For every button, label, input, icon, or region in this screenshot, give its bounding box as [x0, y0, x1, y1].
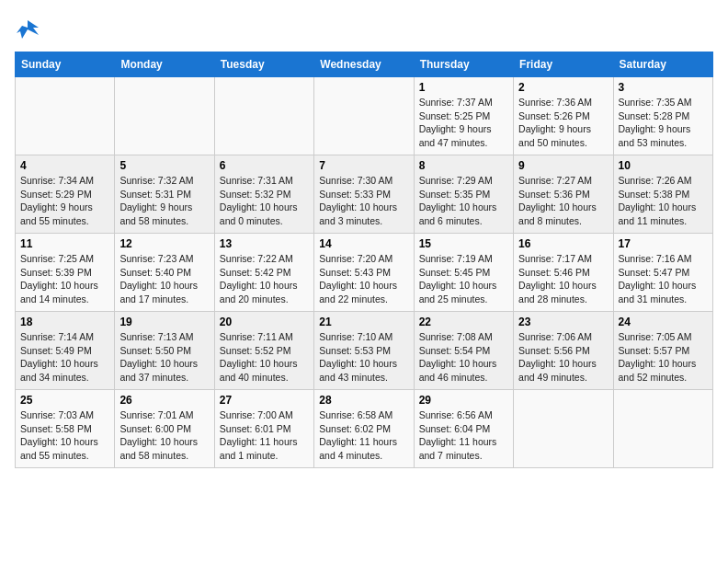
calendar-cell: 11Sunrise: 7:25 AM Sunset: 5:39 PM Dayli…	[16, 234, 115, 312]
calendar-cell: 16Sunrise: 7:17 AM Sunset: 5:46 PM Dayli…	[514, 234, 613, 312]
day-number: 17	[619, 237, 708, 250]
day-info: Sunrise: 7:11 AM Sunset: 5:52 PM Dayligh…	[220, 330, 309, 385]
calendar-cell	[314, 77, 414, 155]
calendar-cell: 1Sunrise: 7:37 AM Sunset: 5:25 PM Daylig…	[414, 77, 513, 155]
day-info: Sunrise: 7:34 AM Sunset: 5:29 PM Dayligh…	[20, 174, 109, 228]
logo	[15, 18, 44, 44]
logo-bird-icon	[15, 18, 40, 44]
day-info: Sunrise: 7:37 AM Sunset: 5:25 PM Dayligh…	[419, 96, 508, 150]
calendar-week-row: 11Sunrise: 7:25 AM Sunset: 5:39 PM Dayli…	[16, 234, 713, 312]
calendar-cell: 10Sunrise: 7:26 AM Sunset: 5:38 PM Dayli…	[613, 155, 712, 234]
day-info: Sunrise: 7:30 AM Sunset: 5:33 PM Dayligh…	[319, 174, 408, 228]
day-number: 9	[518, 159, 608, 172]
calendar-table: SundayMondayTuesdayWednesdayThursdayFrid…	[15, 52, 713, 468]
day-number: 18	[20, 316, 109, 328]
calendar-cell: 29Sunrise: 6:56 AM Sunset: 6:04 PM Dayli…	[414, 390, 513, 468]
day-number: 29	[419, 394, 508, 407]
day-number: 25	[20, 394, 109, 407]
day-info: Sunrise: 7:03 AM Sunset: 5:58 PM Dayligh…	[20, 408, 109, 463]
day-info: Sunrise: 6:56 AM Sunset: 6:04 PM Dayligh…	[419, 408, 508, 463]
calendar-cell: 4Sunrise: 7:34 AM Sunset: 5:29 PM Daylig…	[16, 155, 115, 234]
day-info: Sunrise: 7:16 AM Sunset: 5:47 PM Dayligh…	[619, 252, 708, 306]
day-number: 2	[518, 81, 608, 94]
page-header	[15, 15, 713, 44]
day-info: Sunrise: 7:08 AM Sunset: 5:54 PM Dayligh…	[419, 330, 508, 385]
day-number: 15	[419, 237, 508, 250]
day-number: 11	[20, 237, 109, 250]
column-header-saturday: Saturday	[613, 52, 712, 77]
column-header-tuesday: Tuesday	[214, 52, 313, 77]
day-number: 7	[319, 159, 408, 172]
day-info: Sunrise: 7:36 AM Sunset: 5:26 PM Dayligh…	[518, 96, 608, 150]
day-info: Sunrise: 7:32 AM Sunset: 5:31 PM Dayligh…	[119, 174, 209, 228]
calendar-cell	[16, 77, 115, 155]
day-number: 28	[319, 394, 408, 407]
day-info: Sunrise: 7:19 AM Sunset: 5:45 PM Dayligh…	[419, 252, 508, 306]
calendar-cell: 7Sunrise: 7:30 AM Sunset: 5:33 PM Daylig…	[314, 155, 414, 234]
day-info: Sunrise: 7:14 AM Sunset: 5:49 PM Dayligh…	[20, 330, 109, 385]
day-info: Sunrise: 6:58 AM Sunset: 6:02 PM Dayligh…	[319, 408, 408, 463]
calendar-cell: 2Sunrise: 7:36 AM Sunset: 5:26 PM Daylig…	[514, 77, 613, 155]
day-info: Sunrise: 7:31 AM Sunset: 5:32 PM Dayligh…	[220, 174, 309, 228]
day-number: 14	[319, 237, 408, 250]
day-number: 16	[518, 237, 608, 250]
calendar-cell: 21Sunrise: 7:10 AM Sunset: 5:53 PM Dayli…	[314, 312, 414, 390]
day-info: Sunrise: 7:25 AM Sunset: 5:39 PM Dayligh…	[20, 252, 109, 306]
column-header-friday: Friday	[514, 52, 613, 77]
day-info: Sunrise: 7:35 AM Sunset: 5:28 PM Dayligh…	[619, 96, 708, 150]
day-info: Sunrise: 7:29 AM Sunset: 5:35 PM Dayligh…	[419, 174, 508, 228]
day-number: 4	[20, 159, 109, 172]
calendar-cell: 20Sunrise: 7:11 AM Sunset: 5:52 PM Dayli…	[214, 312, 313, 390]
calendar-week-row: 18Sunrise: 7:14 AM Sunset: 5:49 PM Dayli…	[16, 312, 713, 390]
day-info: Sunrise: 7:05 AM Sunset: 5:57 PM Dayligh…	[619, 330, 708, 385]
calendar-cell: 28Sunrise: 6:58 AM Sunset: 6:02 PM Dayli…	[314, 390, 414, 468]
calendar-cell: 6Sunrise: 7:31 AM Sunset: 5:32 PM Daylig…	[214, 155, 313, 234]
day-info: Sunrise: 7:00 AM Sunset: 6:01 PM Dayligh…	[220, 408, 309, 463]
day-info: Sunrise: 7:26 AM Sunset: 5:38 PM Dayligh…	[619, 174, 708, 228]
day-info: Sunrise: 7:23 AM Sunset: 5:40 PM Dayligh…	[119, 252, 209, 306]
calendar-cell: 9Sunrise: 7:27 AM Sunset: 5:36 PM Daylig…	[514, 155, 613, 234]
calendar-cell: 8Sunrise: 7:29 AM Sunset: 5:35 PM Daylig…	[414, 155, 513, 234]
calendar-cell: 15Sunrise: 7:19 AM Sunset: 5:45 PM Dayli…	[414, 234, 513, 312]
day-info: Sunrise: 7:27 AM Sunset: 5:36 PM Dayligh…	[518, 174, 608, 228]
day-number: 6	[220, 159, 309, 172]
calendar-cell	[115, 77, 214, 155]
day-info: Sunrise: 7:10 AM Sunset: 5:53 PM Dayligh…	[319, 330, 408, 385]
svg-marker-0	[17, 20, 39, 39]
calendar-cell: 3Sunrise: 7:35 AM Sunset: 5:28 PM Daylig…	[613, 77, 712, 155]
day-info: Sunrise: 7:20 AM Sunset: 5:43 PM Dayligh…	[319, 252, 408, 306]
day-number: 13	[220, 237, 309, 250]
day-info: Sunrise: 7:22 AM Sunset: 5:42 PM Dayligh…	[220, 252, 309, 306]
calendar-cell: 14Sunrise: 7:20 AM Sunset: 5:43 PM Dayli…	[314, 234, 414, 312]
day-number: 10	[619, 159, 708, 172]
day-info: Sunrise: 7:17 AM Sunset: 5:46 PM Dayligh…	[518, 252, 608, 306]
calendar-cell: 5Sunrise: 7:32 AM Sunset: 5:31 PM Daylig…	[115, 155, 214, 234]
day-number: 27	[220, 394, 309, 407]
day-number: 26	[119, 394, 209, 407]
day-number: 19	[119, 316, 209, 328]
calendar-cell: 12Sunrise: 7:23 AM Sunset: 5:40 PM Dayli…	[115, 234, 214, 312]
column-header-monday: Monday	[115, 52, 214, 77]
day-info: Sunrise: 7:06 AM Sunset: 5:56 PM Dayligh…	[518, 330, 608, 385]
day-number: 23	[518, 316, 608, 328]
calendar-cell	[514, 390, 613, 468]
day-number: 8	[419, 159, 508, 172]
calendar-header-row: SundayMondayTuesdayWednesdayThursdayFrid…	[16, 52, 713, 77]
day-number: 12	[119, 237, 209, 250]
day-number: 24	[619, 316, 708, 328]
calendar-cell: 13Sunrise: 7:22 AM Sunset: 5:42 PM Dayli…	[214, 234, 313, 312]
calendar-cell: 27Sunrise: 7:00 AM Sunset: 6:01 PM Dayli…	[214, 390, 313, 468]
column-header-wednesday: Wednesday	[314, 52, 414, 77]
calendar-cell: 19Sunrise: 7:13 AM Sunset: 5:50 PM Dayli…	[115, 312, 214, 390]
calendar-cell: 17Sunrise: 7:16 AM Sunset: 5:47 PM Dayli…	[613, 234, 712, 312]
day-number: 20	[220, 316, 309, 328]
calendar-cell: 18Sunrise: 7:14 AM Sunset: 5:49 PM Dayli…	[16, 312, 115, 390]
column-header-sunday: Sunday	[16, 52, 115, 77]
calendar-cell	[214, 77, 313, 155]
calendar-cell: 22Sunrise: 7:08 AM Sunset: 5:54 PM Dayli…	[414, 312, 513, 390]
day-number: 22	[419, 316, 508, 328]
column-header-thursday: Thursday	[414, 52, 513, 77]
day-info: Sunrise: 7:01 AM Sunset: 6:00 PM Dayligh…	[119, 408, 209, 463]
day-number: 5	[119, 159, 209, 172]
calendar-week-row: 4Sunrise: 7:34 AM Sunset: 5:29 PM Daylig…	[16, 155, 713, 234]
